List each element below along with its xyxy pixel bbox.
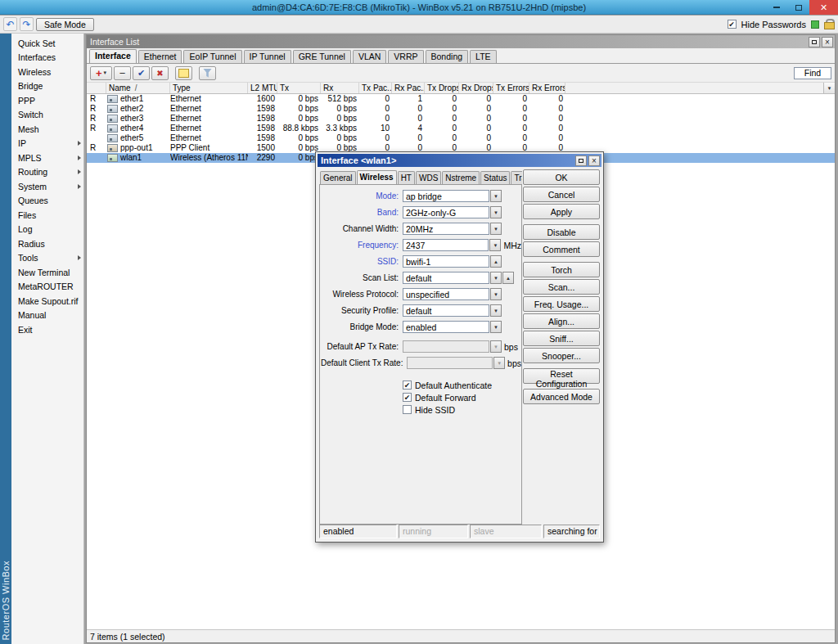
column-header[interactable]: Tx Errors /: [493, 83, 529, 93]
sidebar-item[interactable]: Log: [11, 223, 83, 237]
app-titlebar[interactable]: admin@D4:CA:6D:7E:F8:CB (MikroTik) - Win…: [0, 0, 838, 15]
dialog-button[interactable]: OK: [523, 169, 600, 185]
sidebar-item[interactable]: Mesh: [11, 122, 83, 137]
dialog-tab[interactable]: Nstreme: [442, 171, 480, 184]
column-header[interactable]: Rx Pac... /: [392, 83, 425, 93]
sidebar-item[interactable]: Wireless: [11, 65, 83, 79]
checkbox-label[interactable]: Default Authenticate: [415, 381, 492, 390]
dialog-button[interactable]: Reset Configuration: [523, 368, 600, 384]
dialog-maximize-button[interactable]: [575, 155, 587, 166]
table-row[interactable]: R ether3 Ethernet 1598 0 bps 0 bps 0 0 0…: [87, 114, 835, 124]
sidebar-item[interactable]: IP: [11, 137, 83, 151]
sidebar-item[interactable]: MetaROUTER: [11, 280, 83, 295]
tab[interactable]: VRRP: [388, 50, 423, 63]
wireless-protocol-dropdown-button[interactable]: [490, 288, 502, 300]
table-row[interactable]: R ether4 Ethernet 1598 88.8 kbps 3.3 kbp…: [87, 124, 835, 133]
dialog-button[interactable]: Cancel: [523, 187, 600, 202]
minimize-button[interactable]: [765, 0, 787, 15]
scan-list-select[interactable]: default: [403, 272, 489, 284]
sidebar-item[interactable]: Files: [11, 208, 83, 223]
sidebar-item[interactable]: New Terminal: [11, 265, 83, 280]
checkbox-label[interactable]: Default Forward: [415, 393, 476, 403]
ssid-input[interactable]: [406, 256, 486, 267]
toolbar-action-button[interactable]: [199, 66, 216, 80]
checkbox[interactable]: [403, 393, 412, 402]
column-header[interactable]: Rx /: [321, 83, 359, 93]
find-button[interactable]: Find: [794, 67, 831, 79]
dialog-tab[interactable]: Status: [480, 171, 510, 184]
dialog-button[interactable]: Scan...: [523, 279, 600, 295]
table-row[interactable]: R ether2 Ethernet 1598 0 bps 0 bps 0 0 0…: [87, 104, 835, 114]
scan-list-dropdown-button[interactable]: [490, 272, 502, 284]
sidebar-item[interactable]: Routing: [11, 165, 83, 180]
sidebar-item[interactable]: Tools: [11, 251, 83, 266]
dialog-button[interactable]: Disable: [523, 224, 600, 240]
dialog-button[interactable]: Advanced Mode: [523, 389, 600, 404]
channel-width-dropdown-button[interactable]: [490, 223, 502, 235]
toolbar-action-button[interactable]: [90, 66, 112, 80]
toolbar-action-button[interactable]: [114, 66, 131, 80]
hide-passwords-label[interactable]: Hide Passwords: [741, 20, 806, 29]
dialog-button[interactable]: Apply: [523, 204, 600, 219]
column-header[interactable]: Rx Errors /: [529, 83, 565, 93]
tab[interactable]: GRE Tunnel: [293, 50, 351, 63]
dialog-tab[interactable]: General: [320, 171, 356, 184]
tab[interactable]: LTE: [470, 50, 496, 63]
channel-width-select[interactable]: 20MHz: [403, 223, 489, 235]
column-select-button[interactable]: [823, 83, 835, 93]
tab[interactable]: Bonding: [426, 50, 469, 63]
sidebar-item[interactable]: MPLS: [11, 151, 83, 165]
dialog-button[interactable]: Freq. Usage...: [523, 296, 600, 312]
redo-button[interactable]: [20, 17, 34, 31]
tab[interactable]: Ethernet: [138, 50, 182, 63]
window-close-button[interactable]: ×: [822, 37, 833, 47]
sidebar-item[interactable]: Radius: [11, 236, 83, 251]
column-header[interactable]: Tx Pac... /: [359, 83, 392, 93]
table-row[interactable]: R ether1 Ethernet 1600 0 bps 512 bps 0 1…: [87, 94, 835, 104]
column-header[interactable]: Tx /: [277, 83, 321, 93]
dialog-close-button[interactable]: ×: [588, 155, 600, 166]
undo-button[interactable]: [3, 17, 17, 31]
band-dropdown-button[interactable]: [490, 206, 502, 218]
dialog-button[interactable]: Sniff...: [523, 331, 600, 346]
column-header[interactable]: Tx Drops /: [425, 83, 459, 93]
band-select[interactable]: 2GHz-only-G: [403, 206, 489, 218]
column-header[interactable]: Name /: [106, 83, 170, 93]
bridge-mode-select[interactable]: enabled: [403, 321, 489, 333]
restore-button[interactable]: [787, 0, 809, 15]
tab[interactable]: Interface: [89, 49, 137, 64]
column-header[interactable]: Type /: [170, 83, 248, 93]
sidebar-item[interactable]: System: [11, 179, 83, 194]
sidebar-item[interactable]: Manual: [11, 308, 83, 323]
sidebar-item[interactable]: Queues: [11, 194, 83, 209]
mode-select[interactable]: ap bridge: [403, 190, 489, 202]
column-header[interactable]: Rx Drops /: [459, 83, 493, 93]
dialog-tab[interactable]: Wireless: [357, 170, 397, 185]
window-maximize-button[interactable]: [809, 37, 820, 47]
sidebar-item[interactable]: Switch: [11, 108, 83, 123]
wireless-protocol-select[interactable]: unspecified: [403, 288, 489, 300]
column-header[interactable]: L2 MTU /: [248, 83, 277, 93]
sidebar-item[interactable]: Bridge: [11, 79, 83, 94]
checkbox[interactable]: [403, 381, 412, 390]
security-profile-select[interactable]: default: [403, 304, 489, 317]
toolbar-action-button[interactable]: [133, 66, 150, 80]
frequency-select[interactable]: 2437: [403, 239, 489, 251]
interface-list-titlebar[interactable]: Interface List ×: [87, 35, 835, 48]
sidebar-item[interactable]: Quick Set: [11, 36, 83, 51]
mode-dropdown-button[interactable]: [490, 190, 502, 202]
checkbox-label[interactable]: Hide SSID: [415, 405, 455, 415]
ssid-collapse-button[interactable]: [490, 255, 502, 268]
dialog-tab[interactable]: Traffic: [511, 171, 522, 184]
sidebar-item[interactable]: Interfaces: [11, 51, 83, 65]
sidebar-item[interactable]: Exit: [11, 322, 83, 337]
safe-mode-button[interactable]: Safe Mode: [36, 18, 94, 31]
tab[interactable]: VLAN: [353, 50, 386, 63]
dialog-tab[interactable]: WDS: [416, 171, 441, 184]
security-profile-dropdown-button[interactable]: [490, 304, 502, 317]
dialog-button[interactable]: Torch: [523, 262, 600, 277]
hide-passwords-checkbox[interactable]: [728, 20, 737, 29]
dialog-tab[interactable]: HT: [398, 171, 415, 184]
dialog-titlebar[interactable]: Interface <wlan1> ×: [318, 154, 601, 167]
dialog-button[interactable]: Comment: [523, 241, 600, 257]
